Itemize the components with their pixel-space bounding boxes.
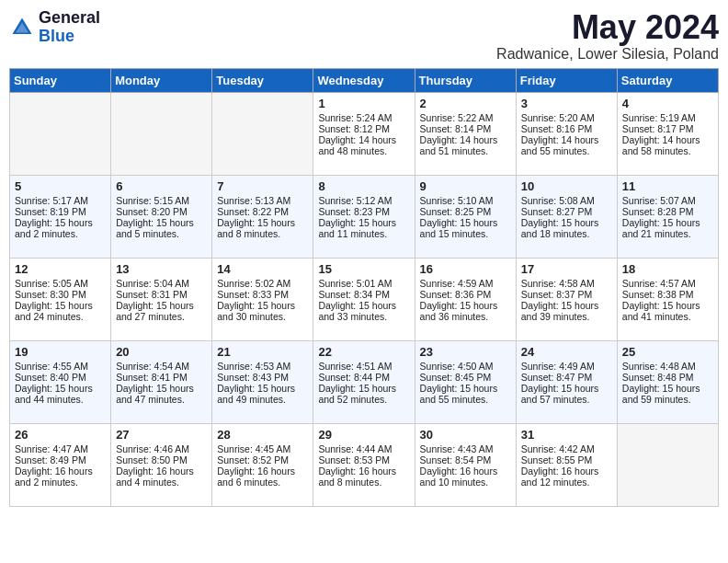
sunrise-text: Sunrise: 5:19 AM <box>622 112 713 123</box>
daylight-text: Daylight: 15 hours and 2 minutes. <box>15 217 106 239</box>
sunset-text: Sunset: 8:17 PM <box>622 123 713 134</box>
day-number: 9 <box>420 179 511 193</box>
sunset-text: Sunset: 8:40 PM <box>15 372 106 383</box>
day-number: 1 <box>318 97 409 110</box>
calendar-cell: 19Sunrise: 4:55 AMSunset: 8:40 PMDayligh… <box>10 340 111 423</box>
calendar-cell <box>212 92 313 175</box>
daylight-text: Daylight: 15 hours and 30 minutes. <box>217 300 308 322</box>
header-row: Sunday Monday Tuesday Wednesday Thursday… <box>10 68 719 92</box>
logo-text: General Blue <box>39 9 100 46</box>
sunrise-text: Sunrise: 4:49 AM <box>521 361 612 372</box>
sunset-text: Sunset: 8:14 PM <box>420 123 511 134</box>
logo-general: General <box>39 9 100 28</box>
sunset-text: Sunset: 8:47 PM <box>521 372 612 383</box>
day-number: 11 <box>622 179 713 193</box>
daylight-text: Daylight: 15 hours and 11 minutes. <box>318 217 409 239</box>
sunset-text: Sunset: 8:33 PM <box>217 289 308 300</box>
calendar-cell: 24Sunrise: 4:49 AMSunset: 8:47 PMDayligh… <box>516 340 617 423</box>
sunset-text: Sunset: 8:23 PM <box>318 206 409 217</box>
daylight-text: Daylight: 15 hours and 49 minutes. <box>217 383 308 405</box>
day-number: 12 <box>15 262 106 276</box>
calendar-cell: 21Sunrise: 4:53 AMSunset: 8:43 PMDayligh… <box>212 340 313 423</box>
sunset-text: Sunset: 8:38 PM <box>622 289 713 300</box>
sunrise-text: Sunrise: 5:20 AM <box>521 112 612 123</box>
sunrise-text: Sunrise: 5:10 AM <box>420 195 511 206</box>
day-number: 15 <box>318 262 409 276</box>
sunrise-text: Sunrise: 5:07 AM <box>622 195 713 206</box>
day-number: 26 <box>15 428 106 442</box>
sunset-text: Sunset: 8:52 PM <box>217 454 308 465</box>
day-number: 14 <box>217 262 308 276</box>
sunrise-text: Sunrise: 4:43 AM <box>420 443 511 454</box>
daylight-text: Daylight: 15 hours and 36 minutes. <box>420 300 511 322</box>
sunset-text: Sunset: 8:44 PM <box>318 372 409 383</box>
calendar-cell: 29Sunrise: 4:44 AMSunset: 8:53 PMDayligh… <box>313 423 415 506</box>
calendar-table: Sunday Monday Tuesday Wednesday Thursday… <box>9 68 719 507</box>
week-row-1: 1Sunrise: 5:24 AMSunset: 8:12 PMDaylight… <box>10 92 719 175</box>
calendar-cell: 14Sunrise: 5:02 AMSunset: 8:33 PMDayligh… <box>212 258 313 340</box>
sunset-text: Sunset: 8:54 PM <box>420 454 511 465</box>
month-title: May 2024 <box>496 9 719 46</box>
calendar-cell: 1Sunrise: 5:24 AMSunset: 8:12 PMDaylight… <box>313 92 415 175</box>
day-number: 20 <box>116 345 207 359</box>
day-number: 18 <box>622 262 713 276</box>
logo-icon <box>9 15 35 40</box>
logo: General Blue <box>9 9 100 46</box>
calendar-cell: 26Sunrise: 4:47 AMSunset: 8:49 PMDayligh… <box>10 423 111 506</box>
daylight-text: Daylight: 15 hours and 47 minutes. <box>116 383 207 405</box>
sunrise-text: Sunrise: 4:47 AM <box>15 443 106 454</box>
calendar-cell: 23Sunrise: 4:50 AMSunset: 8:45 PMDayligh… <box>415 340 516 423</box>
sunrise-text: Sunrise: 5:02 AM <box>217 278 308 289</box>
sunrise-text: Sunrise: 5:12 AM <box>318 195 409 206</box>
day-number: 21 <box>217 345 308 359</box>
calendar-cell <box>111 92 212 175</box>
calendar-cell: 13Sunrise: 5:04 AMSunset: 8:31 PMDayligh… <box>111 258 212 340</box>
sunrise-text: Sunrise: 4:54 AM <box>116 361 207 372</box>
calendar-cell: 17Sunrise: 4:58 AMSunset: 8:37 PMDayligh… <box>516 258 617 340</box>
sunrise-text: Sunrise: 4:51 AM <box>318 361 409 372</box>
sunrise-text: Sunrise: 5:08 AM <box>521 195 612 206</box>
sunset-text: Sunset: 8:37 PM <box>521 289 612 300</box>
day-number: 5 <box>15 179 106 193</box>
sunrise-text: Sunrise: 5:15 AM <box>116 195 207 206</box>
col-monday: Monday <box>111 68 212 92</box>
daylight-text: Daylight: 16 hours and 2 minutes. <box>15 465 106 488</box>
sunset-text: Sunset: 8:55 PM <box>521 454 612 465</box>
day-number: 6 <box>116 179 207 193</box>
day-number: 13 <box>116 262 207 276</box>
calendar-cell: 22Sunrise: 4:51 AMSunset: 8:44 PMDayligh… <box>313 340 415 423</box>
daylight-text: Daylight: 15 hours and 59 minutes. <box>622 383 713 405</box>
day-number: 29 <box>318 428 409 442</box>
col-tuesday: Tuesday <box>212 68 313 92</box>
col-friday: Friday <box>516 68 617 92</box>
sunrise-text: Sunrise: 5:22 AM <box>420 112 511 123</box>
week-row-5: 26Sunrise: 4:47 AMSunset: 8:49 PMDayligh… <box>10 423 719 506</box>
sunrise-text: Sunrise: 4:55 AM <box>15 361 106 372</box>
sunset-text: Sunset: 8:30 PM <box>15 289 106 300</box>
calendar-cell: 20Sunrise: 4:54 AMSunset: 8:41 PMDayligh… <box>111 340 212 423</box>
daylight-text: Daylight: 16 hours and 10 minutes. <box>420 465 511 488</box>
daylight-text: Daylight: 14 hours and 51 minutes. <box>420 134 511 156</box>
day-number: 8 <box>318 179 409 193</box>
daylight-text: Daylight: 15 hours and 57 minutes. <box>521 383 612 405</box>
sunset-text: Sunset: 8:22 PM <box>217 206 308 217</box>
sunset-text: Sunset: 8:53 PM <box>318 454 409 465</box>
calendar-cell: 12Sunrise: 5:05 AMSunset: 8:30 PMDayligh… <box>10 258 111 340</box>
sunrise-text: Sunrise: 4:42 AM <box>521 443 612 454</box>
location-title: Radwanice, Lower Silesia, Poland <box>496 46 719 63</box>
page-header: General Blue May 2024 Radwanice, Lower S… <box>9 9 719 63</box>
day-number: 30 <box>420 428 511 442</box>
calendar-cell: 3Sunrise: 5:20 AMSunset: 8:16 PMDaylight… <box>516 92 617 175</box>
daylight-text: Daylight: 14 hours and 55 minutes. <box>521 134 612 156</box>
sunrise-text: Sunrise: 5:13 AM <box>217 195 308 206</box>
calendar-cell <box>10 92 111 175</box>
sunrise-text: Sunrise: 4:58 AM <box>521 278 612 289</box>
sunset-text: Sunset: 8:48 PM <box>622 372 713 383</box>
calendar-cell: 8Sunrise: 5:12 AMSunset: 8:23 PMDaylight… <box>313 175 415 258</box>
sunset-text: Sunset: 8:49 PM <box>15 454 106 465</box>
calendar-cell: 4Sunrise: 5:19 AMSunset: 8:17 PMDaylight… <box>617 92 718 175</box>
logo-blue: Blue <box>39 28 100 46</box>
calendar-cell <box>617 423 718 506</box>
col-sunday: Sunday <box>10 68 111 92</box>
sunset-text: Sunset: 8:19 PM <box>15 206 106 217</box>
